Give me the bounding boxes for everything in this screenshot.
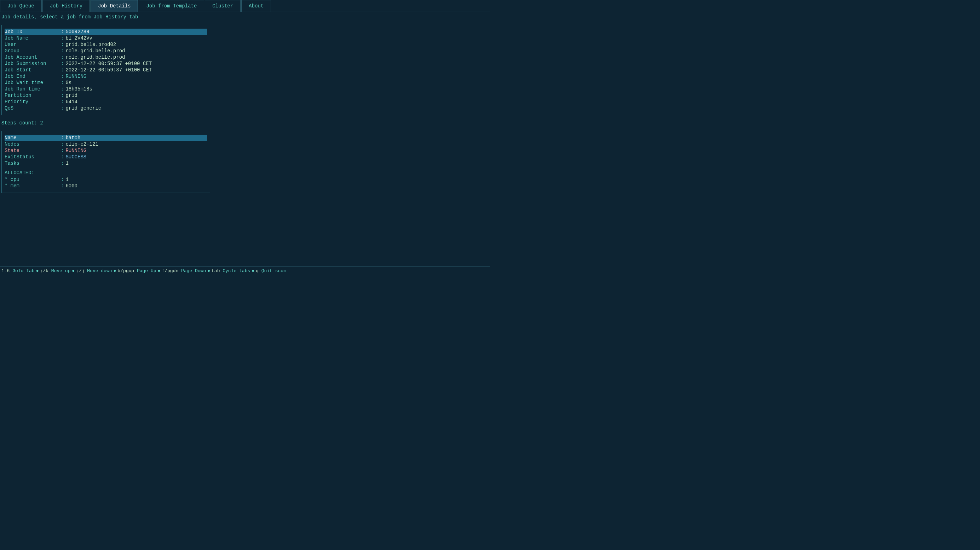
- job-account-value: role.grid.belle.prod: [65, 54, 207, 60]
- job-submission-value: 2022-12-22 00:59:37 +0100 CET: [65, 61, 207, 67]
- step-name-value: batch: [65, 135, 207, 141]
- tab-job-from-template[interactable]: Job from Template: [139, 0, 204, 12]
- tab-job-details[interactable]: Job Details: [91, 0, 138, 12]
- job-name-row: Job Name : bl_2V42Vv: [5, 35, 207, 41]
- page-subtitle: Job details, select a job from Job Histo…: [0, 12, 490, 22]
- statusbar-bullet-2: ●: [72, 268, 75, 274]
- tab-job-queue[interactable]: Job Queue: [0, 0, 42, 12]
- job-id-value: 50092789: [65, 29, 207, 35]
- step-nodes-sep: :: [61, 141, 64, 147]
- statusbar-bullet-5: ●: [207, 268, 210, 274]
- group-sep: :: [61, 48, 64, 54]
- tab-bar: Job Queue Job History Job Details Job fr…: [0, 0, 490, 12]
- priority-sep: :: [61, 99, 64, 105]
- job-id-row: Job ID : 50092789: [5, 29, 207, 35]
- statusbar-key-6: tab: [212, 268, 220, 274]
- job-wait-sep: :: [61, 80, 64, 86]
- statusbar-desc-2: Move up: [48, 268, 70, 274]
- step-nodes-row: Nodes : clip-c2-121: [5, 141, 207, 147]
- qos-row: QoS : grid_generic: [5, 105, 207, 111]
- partition-sep: :: [61, 93, 64, 98]
- step-name-label: Name: [5, 135, 61, 141]
- allocated-header: ALLOCATED:: [5, 169, 207, 176]
- job-submission-sep: :: [61, 61, 64, 67]
- statusbar-key-3: ↓/j: [76, 268, 84, 274]
- statusbar-desc-3: Move down: [84, 268, 112, 274]
- alloc-mem-value: 6000: [65, 183, 78, 189]
- step-exitstatus-row: ExitStatus : SUCCESS: [5, 154, 207, 160]
- step-tasks-sep: :: [61, 160, 64, 166]
- job-end-value: RUNNING: [65, 73, 207, 79]
- job-wait-value: 0s: [65, 80, 207, 86]
- step-state-sep: :: [61, 148, 64, 154]
- alloc-cpu-sep: :: [61, 177, 64, 182]
- job-run-sep: :: [61, 86, 64, 92]
- qos-label: QoS: [5, 105, 61, 111]
- job-run-row: Job Run time : 18h35m18s: [5, 86, 207, 92]
- statusbar-desc-7: Quit scom: [259, 268, 286, 274]
- job-account-row: Job Account : role.grid.belle.prod: [5, 54, 207, 60]
- job-account-label: Job Account: [5, 54, 61, 60]
- job-wait-row: Job Wait time : 0s: [5, 79, 207, 86]
- statusbar-desc-4: Page Up: [134, 268, 156, 274]
- statusbar-key-5: f/pgdn: [162, 268, 178, 274]
- step-name-row: Name : batch: [5, 135, 207, 141]
- group-label: Group: [5, 48, 61, 54]
- qos-value: grid_generic: [65, 105, 207, 111]
- job-name-sep: :: [61, 35, 64, 41]
- step-tasks-label: Tasks: [5, 160, 61, 166]
- step-tasks-value: 1: [65, 160, 207, 166]
- step-name-sep: :: [61, 135, 64, 141]
- statusbar-key-2: ↑/k: [40, 268, 48, 274]
- user-row: User : grid.belle.prod02: [5, 41, 207, 48]
- tab-cluster[interactable]: Cluster: [205, 0, 240, 12]
- partition-value: grid: [65, 93, 207, 98]
- user-sep: :: [61, 42, 64, 48]
- job-end-sep: :: [61, 73, 64, 79]
- alloc-cpu-label: * cpu: [5, 177, 61, 182]
- job-id-label: Job ID: [5, 29, 61, 35]
- partition-row: Partition : grid: [5, 92, 207, 98]
- job-id-sep: :: [61, 29, 64, 35]
- job-end-label: Job End: [5, 73, 61, 79]
- job-name-value: bl_2V42Vv: [65, 35, 207, 41]
- job-end-row: Job End : RUNNING: [5, 73, 207, 79]
- statusbar-bullet-3: ●: [114, 268, 116, 274]
- step-state-label: State: [5, 148, 61, 154]
- step-exitstatus-value: SUCCESS: [65, 154, 207, 160]
- partition-label: Partition: [5, 93, 61, 98]
- steps-count-label: Steps count: 2: [0, 118, 490, 128]
- job-start-sep: :: [61, 67, 64, 73]
- alloc-cpu-value: 1: [65, 177, 68, 182]
- tab-about[interactable]: About: [241, 0, 271, 12]
- job-start-label: Job Start: [5, 67, 61, 73]
- job-run-label: Job Run time: [5, 86, 61, 92]
- step-state-value: RUNNING: [65, 148, 207, 154]
- alloc-mem-row: * mem : 6000: [5, 183, 207, 189]
- priority-row: Priority : 6414: [5, 98, 207, 105]
- job-run-value: 18h35m18s: [65, 86, 207, 92]
- step-state-row: State : RUNNING: [5, 147, 207, 154]
- statusbar-bullet-1: ●: [36, 268, 39, 274]
- qos-sep: :: [61, 105, 64, 111]
- user-label: User: [5, 42, 61, 48]
- group-row: Group : role.grid.belle.prod: [5, 48, 207, 54]
- statusbar-desc-5: Page Down: [178, 268, 206, 274]
- alloc-mem-sep: :: [61, 183, 64, 189]
- priority-label: Priority: [5, 99, 61, 105]
- job-info-panel: Job ID : 50092789 Job Name : bl_2V42Vv U…: [2, 25, 210, 115]
- statusbar-key-7: q: [256, 268, 259, 274]
- job-name-label: Job Name: [5, 35, 61, 41]
- alloc-mem-label: * mem: [5, 183, 61, 189]
- job-account-sep: :: [61, 54, 64, 60]
- step-exitstatus-label: ExitStatus: [5, 154, 61, 160]
- statusbar-key-4: b/pgup: [118, 268, 134, 274]
- statusbar-bullet-6: ●: [251, 268, 255, 274]
- step-exitstatus-sep: :: [61, 154, 64, 160]
- tab-job-history[interactable]: Job History: [43, 0, 90, 12]
- group-value: role.grid.belle.prod: [65, 48, 207, 54]
- job-submission-label: Job Submission: [5, 61, 61, 67]
- user-value: grid.belle.prod02: [65, 42, 207, 48]
- job-submission-row: Job Submission : 2022-12-22 00:59:37 +01…: [5, 60, 207, 67]
- step-nodes-value: clip-c2-121: [65, 141, 207, 147]
